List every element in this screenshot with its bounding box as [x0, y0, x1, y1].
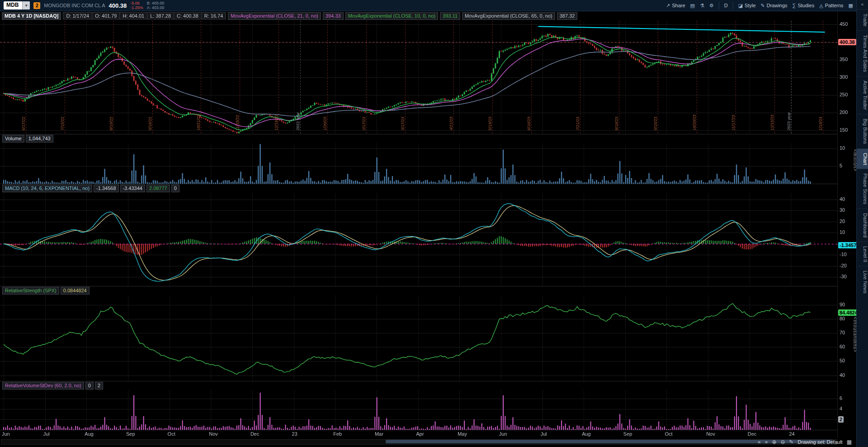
tab-active-trader[interactable]: Active Trader: [857, 76, 868, 114]
y-axis-tick: 6: [840, 395, 842, 401]
ask-value: A: 403.00: [147, 5, 165, 10]
y-axis-tick: 20: [840, 219, 845, 224]
symbol-dropdown-caret-icon[interactable]: ▼: [22, 1, 30, 10]
relative-strength-study-label[interactable]: RelativeStrength (SPX): [2, 287, 59, 295]
relative-volume-study-label[interactable]: RelativeVolumeStDev (60, 2.0, no): [2, 382, 84, 390]
tab-chart[interactable]: Chart: [857, 148, 868, 169]
toolbar-separator: [733, 2, 733, 9]
x-axis-label: Sep: [623, 431, 632, 437]
tab-times-and-sales[interactable]: Times And Sales: [857, 30, 868, 76]
zoom-in-icon[interactable]: ⊕: [772, 438, 776, 446]
volume-study-label[interactable]: Volume: [2, 135, 24, 143]
x-axis-label: Oct: [665, 431, 672, 437]
macd-axis-badge: -1.3457: [838, 242, 858, 248]
macd-value-1: -1.34568: [94, 185, 118, 192]
relative-strength-panel-header: RelativeStrength (SPX) 0.0844824: [2, 287, 90, 295]
volume-value: 1,044,743: [26, 135, 53, 143]
alerts-badge[interactable]: 2: [33, 2, 40, 9]
relative-volume-value-2: 2: [95, 382, 103, 390]
ohlc-low: L: 387.28: [147, 13, 174, 19]
y-axis-tick: 200: [840, 109, 848, 115]
tab-level-ii[interactable]: Level II: [857, 242, 868, 266]
relative-volume-value-1: 0: [85, 382, 94, 390]
relative-volume-panel-header: RelativeVolumeStDev (60, 2.0, no) 0 2: [2, 382, 103, 390]
grid-icon: ▦: [849, 3, 853, 9]
chart-plot-canvas[interactable]: [0, 0, 868, 447]
tab-trade[interactable]: Trade: [857, 9, 868, 30]
change-percent: -1.25%: [130, 5, 143, 10]
y-axis-tick: 40: [840, 372, 845, 378]
toolbar-right-group: ↗ Share ▤ ⚗ ⚙ D ◪ Style ✎ Drawings: [666, 2, 853, 9]
change-value: -5.06: [130, 1, 143, 5]
study-label-ema21[interactable]: MovAvgExponential (CLOSE, 21, 0, no): [228, 12, 321, 20]
draw-pencil-icon[interactable]: ✎: [789, 438, 794, 446]
y-axis-tick: 70: [840, 330, 845, 335]
thinkorswim-chart-window: MDB ▼ 2 MONGODB INC COM CL A 400.38 -5.0…: [0, 0, 868, 447]
studies-button[interactable]: ∑ Studies: [793, 3, 815, 8]
y-axis-tick: 40: [840, 196, 845, 202]
calendar-button[interactable]: ▤: [690, 3, 695, 9]
y-axis-tick: 10: [840, 229, 845, 235]
chart-bottom-toolbar: « » ⊕ ⊖ ✎ Drawing set: Default ▦: [758, 438, 852, 446]
x-axis-label: Feb: [333, 431, 342, 437]
style-button[interactable]: ◪ Style: [738, 3, 756, 9]
macd-value-3: 2.08777: [146, 185, 170, 192]
study-value-ema21: 394.33: [323, 12, 344, 20]
company-name: MONGODB INC COM CL A: [44, 3, 105, 8]
x-axis-label: Mar: [375, 431, 383, 437]
bid-value: B: 400.00: [147, 1, 165, 5]
panel-grid-icon[interactable]: ▦: [847, 438, 852, 446]
ohlc-range: R: 16.74: [202, 13, 226, 19]
zoom-out-icon[interactable]: ⊖: [780, 438, 785, 446]
y-axis-tick: 60: [840, 344, 845, 349]
chart-title: MDB 4 Y 1D [NASDAQ]: [2, 12, 61, 20]
last-price-axis-badge: 400.38: [838, 39, 856, 45]
macd-value-4: 0: [171, 185, 179, 192]
price-change: -5.06 -1.25%: [130, 1, 143, 10]
y-axis-tick: 90: [840, 302, 845, 307]
tab-phase-scores[interactable]: Phase Scores: [857, 169, 868, 208]
right-tab-strip: « Trade Times And Sales Active Trader Bi…: [856, 0, 868, 447]
macd-study-label[interactable]: MACD (10, 24, 6, EXPONENTIAL, no): [2, 185, 92, 192]
x-axis-label: Oct: [168, 431, 175, 437]
tab-dashboard[interactable]: Dashboard: [857, 209, 868, 242]
drawings-button[interactable]: ✎ Drawings: [761, 3, 788, 9]
collapse-chevron-icon[interactable]: «: [861, 0, 864, 9]
ohlc-high: H: 404.01: [120, 13, 147, 19]
relative-volume-axis-badge: 2: [838, 416, 844, 423]
last-price: 400.38: [109, 2, 127, 9]
timeframe-button[interactable]: D: [724, 3, 728, 8]
grid-layout-button[interactable]: ▦: [849, 3, 853, 9]
study-label-ema65[interactable]: MovAvgExponential (CLOSE, 65, 0, no): [462, 12, 555, 20]
x-axis-label: Jun: [2, 431, 10, 437]
analyze-button[interactable]: ⚗: [700, 3, 704, 9]
volume-panel-header: Volume 1,044,743: [2, 135, 53, 143]
settings-button[interactable]: ⚙: [709, 3, 714, 9]
ohlc-date: D: 1/17/24: [63, 13, 92, 19]
tab-live-news[interactable]: Live News: [857, 266, 868, 298]
relative-strength-axis-badge: 84.4824: [838, 309, 859, 316]
x-axis-label: 24: [789, 431, 794, 437]
share-button[interactable]: ↗ Share: [666, 3, 685, 9]
symbol-input[interactable]: MDB ▼: [4, 1, 30, 10]
x-axis-label: Jun: [499, 431, 507, 437]
style-icon: ◪: [738, 3, 743, 9]
pan-left-icon[interactable]: «: [758, 438, 761, 446]
y-axis-tick: 300: [840, 74, 848, 80]
study-label-ema10[interactable]: MovAvgExponential (CLOSE, 10, 0, no): [345, 12, 439, 20]
y-axis-tick: -30: [840, 274, 847, 279]
pan-right-icon[interactable]: »: [765, 438, 768, 446]
tab-big-buttons[interactable]: Big Buttons: [857, 114, 868, 148]
top-toolbar: MDB ▼ 2 MONGODB INC COM CL A 400.38 -5.0…: [0, 0, 857, 11]
horizontal-scrollbar[interactable]: [1, 439, 837, 445]
y-axis-tick: 350: [840, 57, 848, 62]
ohlc-readout: D: 1/17/24 O: 401.79 H: 404.01 L: 387.28…: [63, 12, 226, 19]
chart-info-bar: MDB 4 Y 1D [NASDAQ] D: 1/17/24 O: 401.79…: [0, 11, 577, 21]
x-axis-label: 23: [292, 431, 297, 437]
patterns-button[interactable]: ◬ Patterns: [819, 3, 843, 9]
y-axis-tick: 250: [840, 92, 848, 97]
drawing-set-label[interactable]: Drawing set: Default: [798, 439, 843, 445]
y-axis-tick: 450: [840, 21, 848, 27]
bid-ask: B: 400.00 A: 403.00: [147, 1, 165, 10]
relative-strength-value: 0.0844824: [61, 287, 90, 295]
